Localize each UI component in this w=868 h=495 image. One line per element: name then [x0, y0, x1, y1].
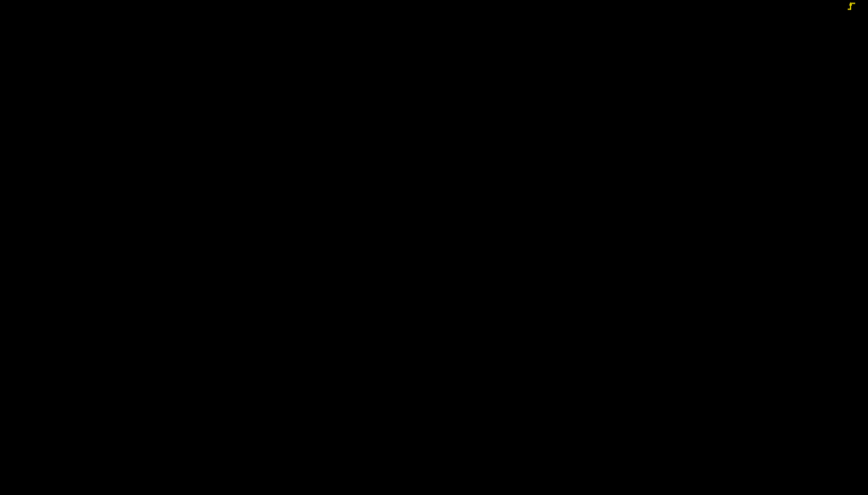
top-status-bar [0, 0, 868, 12]
rising-edge-trigger-icon [847, 1, 856, 11]
trigger-readout [847, 1, 865, 11]
bottom-status-bar [0, 482, 868, 492]
memory-window-indicator[interactable] [0, 0, 110, 12]
taskbar-strip [0, 492, 868, 495]
scope-display [0, 0, 868, 495]
